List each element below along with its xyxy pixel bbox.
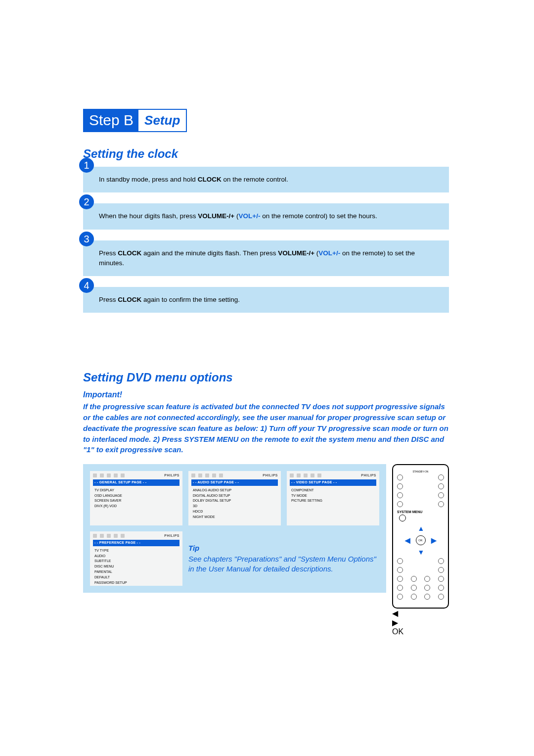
remote-button (424, 594, 430, 600)
keyword-clock: CLOCK (198, 176, 222, 183)
remote-button (438, 483, 444, 489)
remote-button (397, 483, 403, 489)
remote-button (424, 576, 430, 582)
remote-button (397, 558, 403, 564)
tip-body: See chapters "Preparations" and "System … (188, 554, 379, 574)
list-item: TV MODE (290, 493, 376, 499)
ok-callout-label: OK (392, 627, 449, 636)
step-text: Press (99, 296, 118, 303)
menu-bar: - - PREFERENCE PAGE - - (93, 540, 179, 546)
arrow-left-icon: ◀ (405, 536, 410, 544)
step-name: Setup (138, 110, 186, 131)
step-number-badge: 2 (79, 194, 94, 209)
remote-button (397, 492, 403, 498)
list-item: DOLBY DIGITAL SETUP (191, 498, 278, 504)
keyword-clock: CLOCK (118, 249, 141, 257)
remote-button (438, 567, 444, 573)
list-item: OSD LANGUAGE (93, 493, 179, 499)
remote-button (397, 501, 403, 507)
callout-arrow-right-icon: ▶ (392, 618, 449, 627)
remote-standby-label: STANDBY-ON (397, 470, 444, 473)
step-text: When the hour digits flash, press (99, 212, 198, 220)
tip-head: Tip (188, 543, 379, 553)
remote-button (397, 594, 403, 600)
important-label: Important! (83, 390, 449, 399)
keyword-clock: CLOCK (118, 296, 141, 303)
important-body: If the progressive scan feature is activ… (83, 401, 449, 455)
keyword-volume: VOLUME-/+ (198, 212, 234, 220)
remote-button (424, 585, 430, 591)
menu-preference: PHILIPS - - PREFERENCE PAGE - - TV TYPE … (90, 531, 182, 586)
step-box: Step B Setup (83, 109, 187, 132)
list-item: HDCD (191, 509, 278, 515)
menu-bar: - - AUDIO SETUP PAGE - - (191, 479, 278, 486)
remote-illustration: STANDBY-ON SYSTEM MENU ▲ ▼ ◀ ▶ OK (392, 464, 449, 609)
remote-button (411, 576, 417, 582)
list-item: COMPONENT (290, 488, 376, 493)
list-item: DIGITAL AUDIO SETUP (191, 493, 278, 499)
callout-arrow-left-icon: ◀ (392, 609, 449, 618)
menu-bar: - - GENERAL SETUP PAGE - - (93, 479, 179, 486)
step-letter: Step B (84, 110, 138, 131)
remote-button (438, 594, 444, 600)
keyword-vol-remote: VOL+/- (239, 212, 261, 220)
step-text: In standby mode, press and hold (99, 176, 198, 183)
remote-button (411, 594, 417, 600)
list-item: AUDIO (93, 554, 179, 559)
ok-button-icon: OK (416, 535, 426, 545)
menu-bar: - - VIDEO SETUP PAGE - - (290, 479, 376, 486)
step-number-badge: 3 (79, 232, 94, 246)
menu-audio: PHILIPS - - AUDIO SETUP PAGE - - ANALOG … (188, 471, 281, 525)
system-menu-button-icon (399, 515, 406, 521)
section-title-dvd: Setting DVD menu options (83, 371, 449, 384)
step-text: on the remote control) to set the hours. (260, 212, 377, 220)
remote-button (438, 474, 444, 480)
remote-button (438, 501, 444, 507)
arrow-right-icon: ▶ (431, 536, 437, 544)
list-item: ANALOG AUDIO SETUP (191, 488, 278, 493)
step-number-badge: 1 (79, 158, 94, 173)
step-text: again and the minute digits flash. Then … (141, 249, 278, 257)
menu-general: PHILIPS - - GENERAL SETUP PAGE - - TV DI… (90, 471, 182, 525)
step-number-badge: 4 (79, 278, 94, 293)
remote-button (438, 585, 444, 591)
clock-step-2: 2 When the hour digits flash, press VOLU… (83, 203, 449, 229)
arrow-up-icon: ▲ (418, 524, 425, 532)
remote-button (397, 585, 403, 591)
page-content: Step B Setup Setting the clock 1 In stan… (83, 109, 449, 636)
list-item: PARENTAL (93, 569, 179, 575)
list-item: DIVX (R) VOD (93, 504, 179, 509)
keyword-volume: VOLUME-/+ (278, 249, 314, 257)
list-item: SCREEN SAVER (93, 498, 179, 504)
list-item: TV TYPE (93, 548, 179, 554)
section-title-clock: Setting the clock (83, 147, 449, 161)
list-item: DISC MENU (93, 564, 179, 569)
remote-sysmenu-label: SYSTEM MENU (397, 510, 444, 514)
step-text: Press (99, 249, 118, 257)
menu-panel: PHILIPS - - GENERAL SETUP PAGE - - TV DI… (83, 464, 386, 593)
keyword-vol-remote: VOL+/- (318, 249, 340, 257)
menu-video: PHILIPS - - VIDEO SETUP PAGE - - COMPONE… (287, 471, 379, 525)
step-text: again to confirm the time setting. (141, 296, 240, 303)
list-item: PICTURE SETTING (290, 498, 376, 504)
step-text: on the remote control. (222, 176, 288, 183)
list-item: NIGHT MODE (191, 515, 278, 520)
remote-button (397, 576, 403, 582)
tip-block: Tip See chapters "Preparations" and "Sys… (188, 543, 379, 574)
list-item: SUBTITLE (93, 559, 179, 564)
clock-step-4: 4 Press CLOCK again to confirm the time … (83, 287, 449, 313)
remote-button (397, 474, 403, 480)
remote-dpad: ▲ ▼ ◀ ▶ OK (406, 525, 436, 555)
list-item: DEFAULT (93, 575, 179, 580)
remote-button (438, 492, 444, 498)
list-item: TV DISPLAY (93, 488, 179, 493)
clock-step-1: 1 In standby mode, press and hold CLOCK … (83, 167, 449, 192)
list-item: 3D (191, 504, 278, 509)
remote-button (411, 585, 417, 591)
step-text: ( (234, 212, 238, 220)
remote-button (438, 558, 444, 564)
arrow-down-icon: ▼ (418, 548, 425, 556)
remote-button (438, 576, 444, 582)
list-item: PASSWORD SETUP (93, 580, 179, 586)
clock-step-3: 3 Press CLOCK again and the minute digit… (83, 240, 449, 277)
